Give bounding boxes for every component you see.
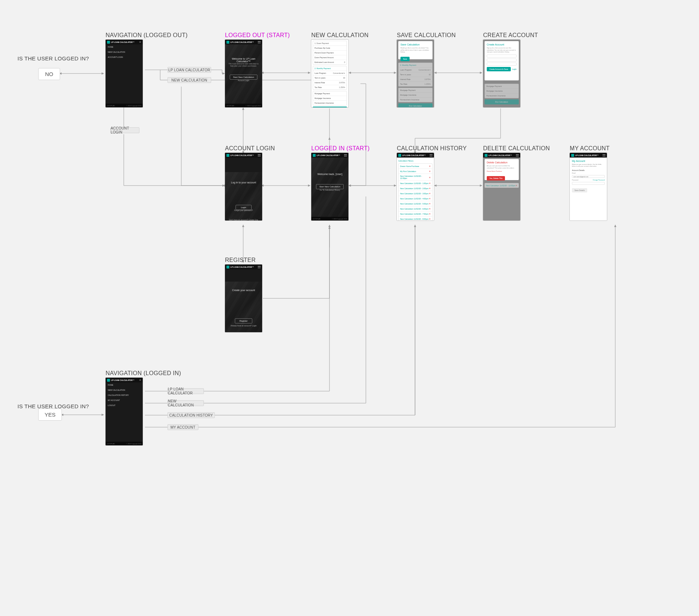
tag-lp-loan-calculator-2[interactable]: LP LOAN CALCULATOR <box>167 388 204 394</box>
app-logo-icon <box>107 379 110 382</box>
menu-icon[interactable] <box>430 154 433 156</box>
save-button[interactable]: Save <box>400 57 410 61</box>
history-row[interactable]: New Calculation 11/02/20 - 12:00pm✕ <box>399 174 432 181</box>
go-history-link[interactable]: Go To Calculation History <box>311 189 348 191</box>
welcome-heading: Welcome to LP Loan Calculator™ <box>225 57 262 63</box>
delete-icon[interactable]: ✕ <box>429 207 431 210</box>
login-link[interactable]: Already have an account? Login <box>225 325 262 327</box>
modal-title: Create Account <box>487 43 517 46</box>
label-register: REGISTER <box>225 257 256 263</box>
delete-icon[interactable]: ✕ <box>429 182 431 184</box>
history-row[interactable]: New Calculation 11/02/20 - 6:00pm✕ <box>399 206 432 211</box>
modal-title: Save Calculation <box>400 43 430 46</box>
nav-item[interactable]: LOGOUT <box>106 403 143 408</box>
label-save-calculation: SAVE CALCULATION <box>397 32 456 39</box>
label-nav-logged-in: NAVIGATION (LOGGED IN) <box>106 370 181 377</box>
login-link[interactable]: Login <box>512 68 517 70</box>
nav-item[interactable]: NEW CALCULATION <box>106 388 143 393</box>
history-row[interactable]: New Calculation 11/02/20 - 1:00pm✕ <box>399 181 432 186</box>
label-delete-calculation: DELETE CALCULATION <box>483 145 550 152</box>
footer-brand: LET'SPLAN <box>107 105 115 107</box>
delete-icon[interactable]: ✕ <box>429 212 431 215</box>
close-icon[interactable]: ✕ <box>139 379 141 381</box>
tag-lp-loan-calculator-1[interactable]: LP LOAN CALCULATOR <box>167 67 211 73</box>
start-new-calc-button[interactable]: Start New Calculation <box>230 75 257 80</box>
screen-register[interactable]: LP LOAN CALCULATOR™ Create your account … <box>225 265 262 332</box>
history-row[interactable]: New Calculation 11/02/20 - 4:00pm✕ <box>399 196 432 201</box>
welcome-sub: The most awesome loan calculator to help… <box>225 63 262 67</box>
app-logo-icon <box>398 154 401 157</box>
history-row[interactable]: New Calculation 11/02/20 - 5:00pm✕ <box>399 201 432 206</box>
menu-icon[interactable] <box>516 154 519 156</box>
screen-logged-out-start[interactable]: LP LOAN CALCULATOR™ Welcome to LP Loan C… <box>225 40 262 107</box>
menu-icon[interactable] <box>603 154 605 156</box>
nav-item[interactable]: HOME <box>106 382 143 388</box>
history-row[interactable]: Dream Home Purchase✕ <box>399 164 432 169</box>
label-logged-out-start: LOGGED OUT (START) <box>225 32 290 39</box>
start-new-calc-button[interactable]: Start New Calculation <box>316 184 344 189</box>
delete-icon[interactable]: ✕ <box>429 176 431 179</box>
modal-text: Would you like to save this calculation?… <box>400 47 430 53</box>
confirm-password-field[interactable] <box>487 63 517 65</box>
confirm-delete-button[interactable]: Yes, Delete This <box>487 176 505 180</box>
app-logo-icon <box>226 266 229 269</box>
register-button[interactable]: Register <box>235 318 252 323</box>
screen-nav-logged-out[interactable]: LP LOAN CALCULATOR™ ✕ HOME NEW CALCULATI… <box>106 40 143 107</box>
nav-item[interactable]: ACCOUNT LOGIN <box>106 55 143 60</box>
screen-nav-logged-in[interactable]: LP LOAN CALCULATOR™ ✕ HOME NEW CALCULATI… <box>106 378 143 445</box>
delete-icon[interactable]: ✕ <box>429 170 431 172</box>
delete-icon[interactable]: ✕ <box>429 187 431 190</box>
screen-delete-calculation[interactable]: LP LOAN CALCULATOR™ Delete Calculation A… <box>483 153 520 220</box>
history-row[interactable]: New Calculation 11/02/20 - 2:00pm✕ <box>399 186 432 191</box>
history-row[interactable]: New Calculation 11/02/20 - 7:00pm✕ <box>399 211 432 216</box>
label-calculation-history: CALCULATION HISTORY <box>397 145 467 152</box>
label-my-account: MY ACCOUNT <box>570 145 610 152</box>
forgot-password-link[interactable]: Forgot your password? <box>225 209 262 211</box>
run-calculation-button[interactable]: Run Calculation <box>313 107 347 107</box>
delete-icon[interactable]: ✕ <box>429 165 431 167</box>
screen-logged-in-start[interactable]: LP LOAN CALCULATOR™ Welcome back, [User]… <box>311 153 348 220</box>
nav-item[interactable]: CALCULATION HISTORY <box>106 393 143 398</box>
nav-item[interactable]: MY ACCOUNT <box>106 398 143 403</box>
menu-icon[interactable] <box>258 154 261 156</box>
screen-account-login[interactable]: LP LOAN CALCULATOR™ Log in to your accou… <box>225 153 262 220</box>
email-field[interactable] <box>487 55 517 57</box>
nav-item[interactable]: HOME <box>106 44 143 49</box>
menu-icon[interactable] <box>344 154 347 156</box>
screen-calculation-history[interactable]: LP LOAN CALCULATOR™ Calculation History … <box>397 153 434 220</box>
label-create-account: CREATE ACCOUNT <box>483 32 538 39</box>
tag-new-calculation-1[interactable]: NEW CALCULATION <box>167 77 211 83</box>
screen-save-calculation[interactable]: Save Calculation Would you like to save … <box>397 40 434 107</box>
delete-icon[interactable]: ✕ <box>429 218 431 220</box>
tag-calculation-history[interactable]: CALCULATION HISTORY <box>167 412 215 418</box>
tag-new-calculation-2[interactable]: NEW CALCULATION <box>167 400 204 406</box>
create-account-link[interactable]: Don't have an account? Create One <box>225 219 262 220</box>
chip-no: NO <box>38 68 60 80</box>
password-field[interactable] <box>487 59 517 61</box>
history-row[interactable]: New Calculation 11/02/20 - 8:00pm✕ <box>399 216 432 220</box>
delete-icon[interactable]: ✕ <box>429 202 431 205</box>
tag-my-account[interactable]: MY ACCOUNT <box>167 424 198 430</box>
change-password-link[interactable]: Change Password <box>593 179 605 181</box>
history-row[interactable]: My First Calculation✕ <box>399 169 432 174</box>
create-account-button[interactable]: Create Account & Save <box>487 67 511 71</box>
history-row[interactable]: New Calculation 11/02/20 - 3:00pm✕ <box>399 191 432 196</box>
app-logo-icon <box>226 41 229 44</box>
screen-new-calculation[interactable]: 1. Down Payment Purchase Zip Code Percen… <box>311 40 348 107</box>
delete-icon[interactable]: ✕ <box>429 192 431 195</box>
label-account-login: ACCOUNT LOGIN <box>225 145 275 152</box>
my-account-title: My Account <box>572 160 605 162</box>
history-list: Dream Home Purchase✕My First Calculation… <box>398 163 433 220</box>
screen-my-account[interactable]: LP LOAN CALCULATOR™ My Account Below are… <box>570 153 607 220</box>
tag-account-login[interactable]: ACCOUNT LOGIN <box>110 127 139 133</box>
app-logo-icon <box>313 154 316 157</box>
save-details-button[interactable]: Save Details <box>572 188 587 192</box>
close-icon[interactable]: ✕ <box>139 41 141 43</box>
account-login-link[interactable]: Account Login <box>225 79 262 82</box>
screen-create-account[interactable]: Create Account Sign up for a free accoun… <box>483 40 520 107</box>
email-value[interactable]: user.name@gmail.com <box>573 176 588 178</box>
nav-item[interactable]: NEW CALCULATION <box>106 49 143 55</box>
delete-icon[interactable]: ✕ <box>429 197 431 200</box>
menu-icon[interactable] <box>258 41 261 43</box>
menu-icon[interactable] <box>258 266 261 268</box>
